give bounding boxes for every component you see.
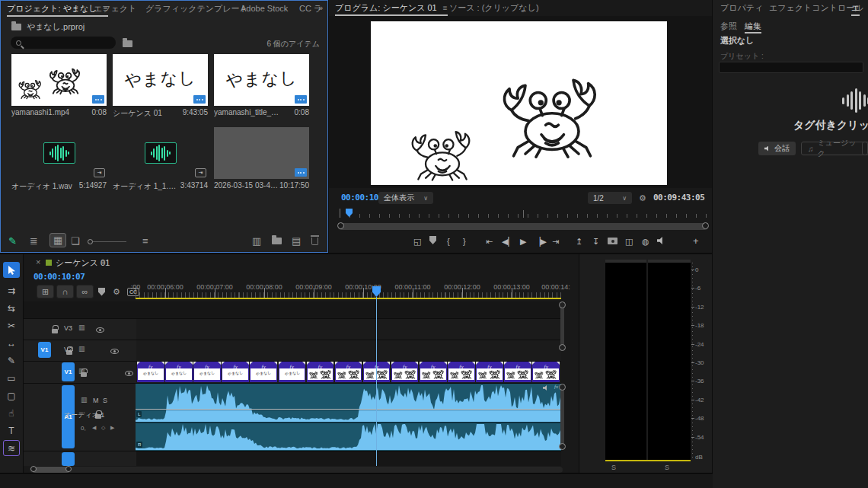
go-to-in-button[interactable]: ⇤ bbox=[486, 235, 493, 247]
solo-left-button[interactable]: S bbox=[611, 464, 616, 471]
close-sequence-icon[interactable]: × bbox=[36, 257, 40, 266]
work-area-bar[interactable] bbox=[136, 298, 561, 299]
tab-overflow-indicator[interactable]: » bbox=[318, 3, 323, 12]
playback-resolution-dropdown[interactable]: 1/2∨ bbox=[588, 192, 632, 204]
rectangle-tool[interactable]: ▭ bbox=[3, 370, 20, 386]
add-keyframe-button[interactable]: ◇ bbox=[101, 425, 105, 431]
list-view-button[interactable]: ≣ bbox=[30, 235, 38, 247]
previous-keyframe-button[interactable]: ◀ bbox=[92, 425, 96, 431]
timeline-panel-menu-icon[interactable]: ≡ bbox=[101, 258, 106, 266]
video-clip[interactable]: fx bbox=[335, 362, 362, 382]
vscroll-knob[interactable] bbox=[559, 301, 566, 308]
subtab-edit[interactable]: 編集 bbox=[745, 21, 761, 33]
object-selection-tool[interactable]: ▢ bbox=[3, 388, 20, 403]
timeline-settings-wrench[interactable]: ⚙ bbox=[113, 285, 120, 298]
ripple-edit-tool[interactable]: ⇆ bbox=[3, 300, 20, 316]
add-marker-button[interactable] bbox=[98, 285, 105, 298]
linked-selection-button[interactable]: ∞ bbox=[76, 285, 94, 298]
button-editor-button[interactable]: + bbox=[693, 235, 699, 247]
usage-badge[interactable] bbox=[193, 95, 206, 104]
multi-camera-button[interactable]: ◫ bbox=[625, 235, 633, 247]
vscroll-knob[interactable] bbox=[559, 344, 566, 351]
global-fx-mute-button[interactable]: ◍ bbox=[642, 235, 649, 247]
new-bin-button[interactable] bbox=[272, 235, 282, 247]
track-visibility-toggle[interactable] bbox=[125, 371, 133, 376]
razor-tool[interactable]: ✂ bbox=[3, 317, 20, 333]
sort-icons-button[interactable]: ≡ bbox=[142, 235, 148, 247]
zoom-slider[interactable] bbox=[88, 235, 126, 247]
selection-tool[interactable] bbox=[3, 262, 20, 278]
sync-lock-toggle[interactable]: ▥ bbox=[78, 324, 85, 331]
sync-lock-toggle[interactable]: ▥ bbox=[81, 396, 88, 403]
timeline-hscroll-track[interactable] bbox=[30, 467, 563, 473]
tab-essential-sound[interactable]: エ bbox=[851, 0, 860, 16]
usage-badge[interactable] bbox=[295, 168, 307, 177]
nest-toggle-button[interactable]: ⊞ bbox=[37, 285, 54, 298]
subtab-browse[interactable]: 参照 bbox=[720, 21, 737, 33]
vscroll-knob[interactable] bbox=[559, 443, 566, 450]
video-clip[interactable]: fx bbox=[448, 362, 475, 382]
video-clip[interactable]: fx bbox=[532, 362, 560, 382]
track-target-v1[interactable]: V1 bbox=[62, 362, 75, 381]
vscroll-knob[interactable] bbox=[559, 384, 566, 391]
video-clip[interactable]: fx bbox=[504, 362, 531, 382]
track-visibility-toggle[interactable] bbox=[110, 349, 119, 354]
icon-view-button[interactable]: ▦ bbox=[49, 233, 66, 247]
track-select-forward-tool[interactable]: ⇉ bbox=[3, 282, 20, 298]
zoom-handle-right[interactable] bbox=[702, 222, 709, 229]
usage-badge[interactable] bbox=[92, 95, 104, 104]
video-clip[interactable]: fxやまなし bbox=[279, 362, 306, 382]
automate-to-sequence-button[interactable]: ▥ bbox=[252, 235, 261, 247]
delete-button[interactable] bbox=[311, 235, 318, 247]
tag-button-dialogue[interactable]: 会話 bbox=[758, 142, 796, 155]
tab-source[interactable]: ソース : (クリップなし) bbox=[449, 0, 539, 16]
track-visibility-toggle[interactable] bbox=[96, 327, 104, 333]
tab-graphic-templates[interactable]: グラフィックテンプレート bbox=[145, 1, 248, 17]
tab-project[interactable]: プロジェクト: やまなし≡ bbox=[7, 1, 108, 17]
comparison-view-button[interactable]: ◱ bbox=[413, 235, 421, 247]
new-item-button[interactable]: ▤ bbox=[292, 235, 301, 247]
track-lock-toggle[interactable] bbox=[52, 329, 58, 333]
slip-tool[interactable]: ↔ bbox=[3, 335, 20, 351]
clip-volume-line[interactable] bbox=[136, 409, 561, 410]
video-tracks-scrollbar[interactable] bbox=[560, 306, 564, 349]
preset-input[interactable] bbox=[719, 62, 863, 73]
remix-tool[interactable]: ≋ bbox=[3, 440, 20, 456]
extract-button[interactable]: ↧ bbox=[592, 235, 599, 247]
video-clip[interactable]: fx bbox=[307, 362, 334, 382]
audio-tracks-scrollbar[interactable] bbox=[560, 388, 564, 446]
tab-program[interactable]: プログラム: シーケンス 01≡ bbox=[335, 0, 448, 16]
program-zoom-scrollbar[interactable] bbox=[338, 223, 708, 230]
video-clip[interactable]: fxやまなし bbox=[193, 362, 221, 382]
video-clip[interactable]: fxやまなし bbox=[250, 362, 277, 382]
add-marker-button[interactable] bbox=[429, 235, 436, 247]
sync-lock-toggle[interactable]: ▥ bbox=[78, 345, 85, 352]
pen-tool[interactable]: ✎ bbox=[3, 352, 20, 368]
mute-button[interactable]: M bbox=[93, 397, 99, 404]
project-writable-button[interactable]: ✎ bbox=[8, 235, 17, 247]
timeline-playhead-line[interactable] bbox=[376, 297, 377, 466]
export-frame-button[interactable] bbox=[608, 235, 617, 247]
solo-right-button[interactable]: S bbox=[665, 464, 669, 471]
navigate-up-folder-icon[interactable] bbox=[11, 24, 21, 30]
hand-tool[interactable]: ☝ bbox=[3, 405, 20, 421]
video-clip[interactable]: fx bbox=[391, 362, 419, 382]
audio-volume-button[interactable] bbox=[657, 235, 665, 247]
panel-menu-icon[interactable]: ≡ bbox=[443, 4, 448, 12]
type-tool[interactable]: T bbox=[3, 423, 20, 439]
search-bin-icon[interactable] bbox=[123, 40, 132, 47]
tab-adobe-stock[interactable]: Adobe Stock bbox=[241, 1, 288, 17]
video-clip[interactable]: fxやまなし bbox=[165, 362, 193, 382]
step-forward-button[interactable]: ▕▶ bbox=[534, 235, 547, 247]
play-button[interactable]: ▶ bbox=[520, 235, 526, 247]
settings-wrench-icon[interactable]: ⚙ bbox=[639, 193, 646, 203]
a1-audio-clip[interactable]: L R fx bbox=[136, 384, 561, 451]
tab-effects[interactable]: エフェクト bbox=[94, 1, 136, 17]
sync-lock-toggle[interactable]: ▥ bbox=[78, 367, 85, 375]
solo-button[interactable]: S bbox=[103, 397, 107, 404]
mark-in-button[interactable]: { bbox=[447, 235, 450, 247]
track-target-a2[interactable] bbox=[62, 452, 75, 466]
video-clip[interactable]: fx bbox=[476, 362, 503, 382]
search-input[interactable] bbox=[25, 39, 101, 47]
step-back-button[interactable]: ◀▏ bbox=[502, 235, 515, 247]
